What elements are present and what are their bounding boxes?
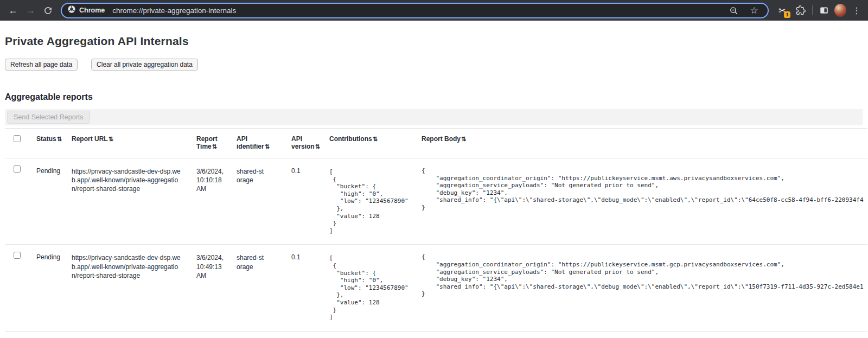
api-identifier-cell: shared-storage (231, 158, 286, 245)
contributions-cell: [ { "bucket": { "high": "0", "low": "123… (324, 245, 416, 331)
extensions-puzzle-icon[interactable] (795, 4, 807, 16)
report-url-cell: https://privacy-sandcastle-dev-dsp.web.a… (66, 158, 191, 245)
api-version-cell: 0.1 (286, 245, 324, 331)
report-time-cell: 3/6/2024, 10:10:18 AM (191, 158, 231, 245)
browser-toolbar: ← → Chrome chrome://private-aggregation-… (0, 0, 868, 21)
aggregatable-reports-heading: Aggregatable reports (5, 92, 868, 102)
header-report-body[interactable]: Report Body⇅ (416, 129, 867, 158)
report-time-cell: 3/6/2024, 10:49:13 AM (191, 245, 231, 331)
reports-toolbar: Send Selected Reports (5, 109, 863, 125)
avatar-image (834, 4, 846, 17)
sort-icon: ⇅ (461, 136, 466, 142)
header-api-version[interactable]: API version⇅ (286, 129, 324, 158)
chrome-logo-icon (67, 5, 76, 16)
table-row: Pending https://privacy-sandcastle-dev-d… (5, 158, 867, 245)
report-url-cell: https://privacy-sandcastle-dev-dsp.web.a… (66, 245, 191, 331)
reports-table: Status⇅ Report URL⇅ Report Time⇅ API ide… (5, 129, 867, 331)
status-cell: Pending (31, 158, 66, 245)
sort-icon: ⇅ (57, 136, 62, 142)
send-selected-reports-button[interactable]: Send Selected Reports (7, 111, 90, 124)
back-icon[interactable]: ← (5, 3, 21, 18)
table-row: Pending https://privacy-sandcastle-dev-d… (5, 245, 867, 331)
header-status[interactable]: Status⇅ (31, 129, 66, 158)
refresh-icon[interactable] (40, 3, 55, 18)
toolbar-divider (812, 5, 813, 15)
header-api-identifier[interactable]: API identifier⇅ (231, 129, 286, 158)
bookmark-star-icon[interactable]: ☆ (748, 4, 760, 16)
header-report-url[interactable]: Report URL⇅ (66, 129, 191, 158)
url-bar[interactable]: Chrome chrome://private-aggregation-inte… (61, 3, 769, 18)
api-identifier-cell: shared-storage (231, 245, 286, 331)
extension-badge: 1 (784, 11, 790, 18)
sort-icon: ⇅ (373, 136, 378, 142)
side-panel-icon[interactable] (818, 4, 830, 16)
site-chip-label: Chrome (79, 7, 105, 14)
row-checkbox[interactable] (14, 252, 21, 259)
status-cell: Pending (31, 245, 66, 331)
page-title: Private Aggregation API Internals (5, 35, 868, 48)
refresh-all-button[interactable]: Refresh all page data (5, 59, 78, 71)
header-contributions[interactable]: Contributions⇅ (324, 129, 416, 158)
sort-icon: ⇅ (108, 136, 113, 142)
forward-icon[interactable]: → (23, 3, 38, 18)
select-all-checkbox[interactable] (14, 135, 21, 142)
reports-table-wrap: Status⇅ Report URL⇅ Report Time⇅ API ide… (5, 128, 867, 331)
site-chip[interactable]: Chrome (67, 5, 112, 16)
sort-icon: ⇅ (265, 143, 270, 150)
row-checkbox[interactable] (14, 165, 21, 173)
api-version-cell: 0.1 (286, 158, 324, 245)
zoom-icon[interactable] (727, 4, 739, 16)
url-text[interactable]: chrome://private-aggregation-internals (112, 7, 727, 15)
profile-avatar[interactable] (834, 4, 846, 16)
report-body-cell: { "aggregation_coordinator_origin": "htt… (416, 245, 867, 331)
page-content: Private Aggregation API Internals Refres… (0, 21, 868, 331)
clear-all-button[interactable]: Clear all private aggregation data (91, 59, 198, 71)
table-header-row: Status⇅ Report URL⇅ Report Time⇅ API ide… (5, 129, 867, 158)
header-report-time[interactable]: Report Time⇅ (191, 129, 231, 158)
scissors-extension-icon[interactable]: ✂ 1 (776, 4, 788, 16)
sort-icon: ⇅ (212, 143, 217, 150)
browser-menu-icon[interactable]: ⋮ (851, 4, 863, 16)
report-body-cell: { "aggregation_coordinator_origin": "htt… (416, 158, 867, 245)
sort-icon: ⇅ (315, 143, 320, 150)
contributions-cell: [ { "bucket": { "high": "0", "low": "123… (324, 158, 416, 245)
